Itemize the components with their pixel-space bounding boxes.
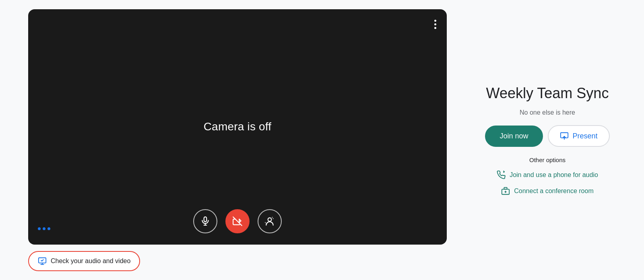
join-actions: Join now Present <box>485 125 609 147</box>
other-options-label: Other options <box>529 156 566 163</box>
video-section: Camera is off <box>28 9 447 271</box>
check-av-icon <box>38 257 47 266</box>
video-container: Camera is off <box>28 9 447 245</box>
join-panel: Weekly Team Sync No one else is here Joi… <box>479 84 616 196</box>
conference-room-link[interactable]: Connect a conference room <box>501 187 593 196</box>
svg-rect-13 <box>504 187 507 189</box>
check-av-label: Check your audio and video <box>51 257 130 265</box>
check-av-button[interactable]: Check your audio and video <box>28 251 140 271</box>
phone-audio-label: Join and use a phone for audio <box>510 171 598 179</box>
microphone-icon <box>200 216 211 226</box>
page-wrapper: Camera is off <box>0 0 644 280</box>
present-icon <box>560 132 569 140</box>
present-button[interactable]: Present <box>548 125 610 147</box>
more-options-menu[interactable] <box>431 16 440 32</box>
present-label: Present <box>573 132 598 140</box>
camera-toggle-button[interactable] <box>225 209 250 233</box>
svg-point-4 <box>268 218 272 221</box>
bottom-controls <box>28 209 447 233</box>
microphone-button[interactable] <box>193 209 217 233</box>
dot3 <box>434 27 436 29</box>
camera-off-label: Camera is off <box>204 120 272 133</box>
dot2 <box>434 23 436 25</box>
join-now-button[interactable]: Join now <box>485 126 543 147</box>
dot1 <box>434 20 436 22</box>
conference-room-icon <box>501 187 510 196</box>
no-one-status: No one else is here <box>520 109 575 116</box>
svg-rect-0 <box>204 217 207 222</box>
camera-off-icon <box>232 216 243 226</box>
meeting-title: Weekly Team Sync <box>486 84 609 102</box>
conference-room-label: Connect a conference room <box>514 187 593 195</box>
effects-button[interactable] <box>258 209 282 233</box>
phone-audio-link[interactable]: Join and use a phone for audio <box>497 171 598 179</box>
effects-icon <box>264 216 275 226</box>
phone-audio-icon <box>497 171 506 179</box>
